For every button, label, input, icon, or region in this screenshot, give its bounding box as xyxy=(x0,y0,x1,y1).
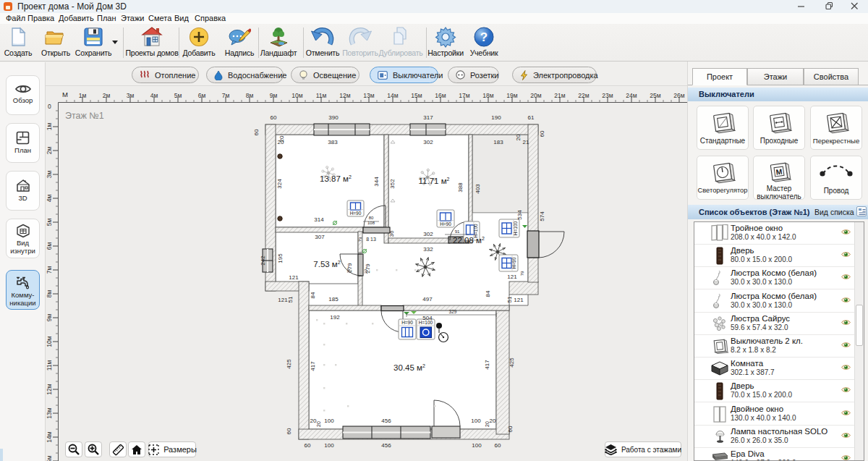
svg-text:60: 60 xyxy=(271,114,277,121)
svg-text:497: 497 xyxy=(422,296,433,303)
svg-text:17м: 17м xyxy=(459,92,469,99)
svg-text:100: 100 xyxy=(324,418,334,424)
svg-text:332: 332 xyxy=(423,246,433,253)
svg-text:242: 242 xyxy=(260,255,266,266)
svg-text:2м: 2м xyxy=(46,147,53,155)
svg-text:3м: 3м xyxy=(127,92,135,99)
svg-text:13м: 13м xyxy=(363,92,374,99)
svg-text:190: 190 xyxy=(491,114,501,121)
svg-text:60: 60 xyxy=(507,426,514,432)
svg-text:79: 79 xyxy=(520,271,524,276)
svg-text:25м: 25м xyxy=(650,92,660,99)
svg-text:8 13: 8 13 xyxy=(366,237,376,242)
svg-text:27: 27 xyxy=(364,268,368,274)
svg-text:7м: 7м xyxy=(46,266,53,274)
svg-text:H=90: H=90 xyxy=(440,221,451,227)
svg-text:9м: 9м xyxy=(46,314,53,322)
svg-text:60: 60 xyxy=(495,442,501,449)
svg-text:20: 20 xyxy=(278,135,285,142)
svg-text:Этаж №1: Этаж №1 xyxy=(65,111,104,121)
svg-text:314: 314 xyxy=(314,216,324,223)
svg-text:H=90: H=90 xyxy=(350,211,362,216)
svg-text:27: 27 xyxy=(346,268,351,273)
svg-text:23м: 23м xyxy=(602,92,613,99)
svg-text:22.08 м2: 22.08 м2 xyxy=(453,236,485,245)
svg-text:60: 60 xyxy=(253,129,260,135)
svg-text:1м: 1м xyxy=(46,123,53,131)
svg-text:20: 20 xyxy=(490,418,496,424)
svg-text:6м: 6м xyxy=(198,92,206,99)
svg-text:388: 388 xyxy=(457,182,464,193)
svg-text:195: 195 xyxy=(277,253,284,263)
svg-text:192: 192 xyxy=(330,314,340,321)
svg-text:302: 302 xyxy=(423,231,433,237)
svg-text:121: 121 xyxy=(514,297,524,303)
svg-text:14м: 14м xyxy=(46,431,53,442)
svg-text:574: 574 xyxy=(539,211,545,221)
svg-text:121: 121 xyxy=(289,274,299,281)
svg-text:14м: 14м xyxy=(387,92,398,99)
svg-text:5м: 5м xyxy=(174,92,182,99)
svg-text:352: 352 xyxy=(389,179,396,189)
svg-text:12м: 12м xyxy=(339,92,350,99)
svg-text:36: 36 xyxy=(388,230,395,237)
svg-text:22м: 22м xyxy=(578,92,589,99)
svg-text:307: 307 xyxy=(315,234,325,240)
svg-text:18м: 18м xyxy=(482,92,493,99)
svg-text:?: ? xyxy=(480,30,488,44)
svg-text:15м: 15м xyxy=(46,455,53,461)
svg-text:317: 317 xyxy=(423,114,433,121)
svg-text:403: 403 xyxy=(475,184,481,194)
svg-text:19м: 19м xyxy=(506,92,517,99)
svg-text:10м: 10м xyxy=(292,92,302,99)
svg-text:21: 21 xyxy=(523,139,529,145)
svg-text:11м: 11м xyxy=(316,92,327,99)
svg-text:20: 20 xyxy=(316,421,321,427)
svg-text:9м: 9м xyxy=(270,92,278,99)
svg-text:20м: 20м xyxy=(530,92,541,99)
svg-text:6м: 6м xyxy=(46,242,53,250)
svg-text:24м: 24м xyxy=(626,92,637,99)
svg-text:417: 417 xyxy=(484,360,490,370)
svg-text:425: 425 xyxy=(509,358,515,368)
svg-text:0: 0 xyxy=(48,103,51,110)
svg-text:15м: 15м xyxy=(411,92,422,99)
svg-text:504: 504 xyxy=(422,315,433,321)
svg-text:84: 84 xyxy=(310,292,316,298)
svg-text:20: 20 xyxy=(515,134,522,140)
svg-text:344: 344 xyxy=(373,177,380,187)
svg-text:13м: 13м xyxy=(46,407,53,418)
svg-text:100: 100 xyxy=(471,418,481,424)
svg-text:51: 51 xyxy=(287,296,294,303)
svg-text:100: 100 xyxy=(324,442,334,449)
svg-text:4м: 4м xyxy=(150,92,158,99)
svg-text:302: 302 xyxy=(423,139,433,145)
svg-text:60: 60 xyxy=(305,442,311,449)
svg-text:324: 324 xyxy=(276,179,283,189)
svg-text:7м: 7м xyxy=(222,92,230,99)
svg-text:417: 417 xyxy=(310,361,316,371)
svg-text:5м: 5м xyxy=(46,219,53,227)
svg-text:20: 20 xyxy=(310,418,317,424)
svg-text:21м: 21м xyxy=(554,92,565,99)
svg-text:11.71 м2: 11.71 м2 xyxy=(419,177,450,185)
svg-text:121: 121 xyxy=(278,297,288,303)
svg-text:51: 51 xyxy=(506,296,513,303)
svg-text:16м: 16м xyxy=(435,92,446,99)
svg-text:425: 425 xyxy=(286,359,292,369)
svg-text:12м: 12м xyxy=(46,384,53,394)
svg-text:534: 534 xyxy=(516,210,523,220)
svg-text:H=90: H=90 xyxy=(401,320,413,325)
svg-text:60: 60 xyxy=(539,130,545,137)
svg-text:30.45 м2: 30.45 м2 xyxy=(393,363,425,372)
svg-text:11м: 11м xyxy=(46,360,53,371)
svg-text:456: 456 xyxy=(381,442,391,449)
svg-text:84: 84 xyxy=(485,290,491,297)
svg-text:73: 73 xyxy=(358,237,362,242)
svg-text:183: 183 xyxy=(493,139,503,145)
svg-text:26м: 26м xyxy=(673,92,684,99)
svg-text:185: 185 xyxy=(328,296,339,303)
svg-text:13.87 м2: 13.87 м2 xyxy=(320,174,352,183)
svg-text:329: 329 xyxy=(449,309,457,314)
svg-text:80: 80 xyxy=(369,216,374,220)
